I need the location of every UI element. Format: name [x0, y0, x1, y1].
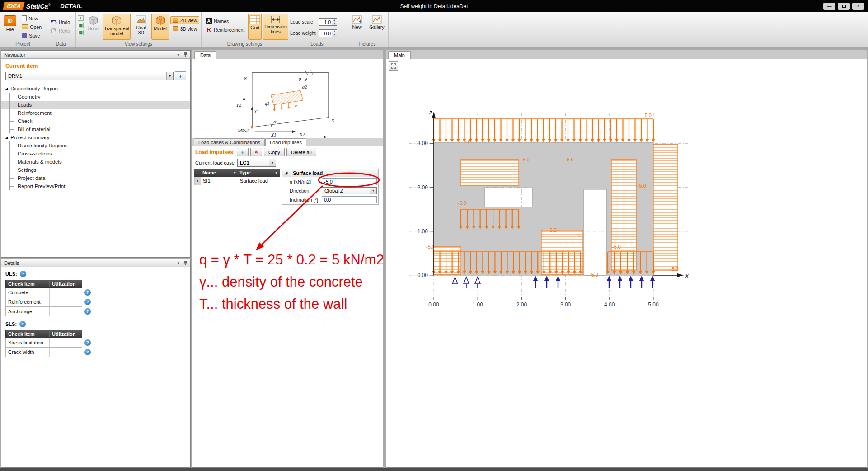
current-item-select[interactable]: DRM1 ▾ — [5, 72, 174, 80]
sketch-label-5: 5 — [331, 118, 334, 123]
gallery-button[interactable]: Gallery — [367, 14, 386, 40]
load-case-select[interactable]: LC1 ▾ — [237, 159, 276, 167]
2d-view-button[interactable]: 2D view — [170, 16, 199, 24]
save-icon — [22, 33, 27, 38]
nav-item-project-data[interactable]: Project data — [1, 174, 190, 182]
navigator-panel: Navigator ▾ Current item DRM1 ▾ + ◢Disco… — [1, 50, 191, 258]
redo-icon — [50, 28, 57, 33]
ribbon-group-project: ID File New Open Save Project — [0, 12, 46, 47]
load-scale-input[interactable]: 1.0 ▴▾ — [319, 18, 337, 26]
nav-item-report-preview-print[interactable]: Report Preview/Print — [1, 182, 190, 190]
spinner-arrows-icon[interactable]: ▴▾ — [332, 19, 337, 25]
titlebar: IDEA StatiCa® DETAIL Self weight in Deta… — [0, 0, 868, 12]
load-weight-label: Load weight — [290, 30, 317, 36]
pin-icon[interactable] — [183, 260, 188, 266]
delete-all-button[interactable]: Delete all — [286, 148, 316, 156]
chevron-down-icon[interactable]: ▾ — [177, 52, 179, 57]
load-impulse-row[interactable]: › SI1 Surface load — [194, 177, 280, 185]
transparent-model-toggle[interactable]: Transparent model — [103, 14, 131, 40]
svg-text:1.00: 1.00 — [418, 228, 428, 235]
add-region-button[interactable]: + — [175, 71, 186, 80]
tab-data[interactable]: Data — [194, 51, 216, 59]
expander-icon[interactable]: ◢ — [285, 171, 287, 175]
dropdown-arrow-icon[interactable]: ▾ — [166, 72, 173, 80]
3d-view-button[interactable]: 3D view — [170, 25, 199, 33]
nav-item-bill-of-material[interactable]: Bill of material — [1, 125, 190, 133]
view-option-icon[interactable]: ▤ — [78, 30, 84, 35]
minimize-button[interactable]: — — [823, 3, 835, 10]
help-icon[interactable]: ? — [84, 299, 91, 305]
new-button[interactable]: New — [19, 14, 44, 22]
spinner-arrows-icon[interactable]: ▴▾ — [332, 30, 337, 37]
model-view[interactable]: 0.001.002.003.004.005.003.002.001.000.00… — [386, 59, 867, 467]
pin-icon[interactable] — [183, 52, 188, 57]
view-option-icon[interactable]: ▦ — [78, 23, 84, 28]
svg-text:3.00: 3.00 — [418, 140, 428, 146]
zoom-extents-button[interactable] — [389, 61, 398, 71]
nav-item-reinforcement[interactable]: Reinforcement — [1, 109, 190, 117]
svg-text:-5.0: -5.0 — [462, 139, 471, 144]
dropdown-arrow-icon[interactable]: ▾ — [269, 159, 276, 166]
data-panel: Data 8 0=9 q2 q1 Y2 Y1 MP-1 X1 — [192, 50, 383, 468]
add-load-impulse-button[interactable]: + — [237, 148, 249, 156]
nav-item-discontinuity-regions[interactable]: Discontinuity Regions — [1, 141, 190, 150]
ribbon-group-data: Undo Redo Data — [46, 12, 76, 47]
nav-item-project-summary[interactable]: ◢Project summary — [1, 133, 190, 141]
load-weight-input[interactable]: 0.0 ▴▾ — [319, 29, 337, 37]
open-button[interactable]: Open — [19, 23, 44, 31]
load-tabs: Load cases & Combinations Load impulses — [192, 138, 383, 146]
help-icon[interactable]: ? — [84, 339, 91, 346]
nav-item-check[interactable]: Check — [1, 117, 190, 125]
dropdown-arrow-icon[interactable]: ▾ — [370, 188, 376, 194]
nav-item-discontinuity-region[interactable]: ◢Discontinuity Region — [1, 85, 190, 93]
help-icon[interactable]: ? — [19, 321, 26, 327]
delete-load-impulse-button[interactable]: ✕ — [250, 148, 262, 156]
svg-text:-5.0: -5.0 — [458, 200, 466, 206]
chevron-down-icon[interactable]: ▾ — [177, 261, 179, 265]
surface-load-properties: ◢Surface load q [kN/m2] -5.0 Direction G… — [282, 169, 379, 205]
q-value-input[interactable]: -5.0 — [322, 178, 377, 185]
nav-item-geometry[interactable]: Geometry — [1, 93, 190, 101]
close-button[interactable]: × — [852, 3, 864, 10]
solid-toggle[interactable]: Solid — [85, 14, 101, 40]
uls-row: Reinforcement? — [5, 297, 82, 307]
direction-label: Direction — [282, 188, 320, 193]
ribbon: ID File New Open Save Project Undo Redo … — [0, 12, 868, 47]
help-icon[interactable]: ? — [20, 271, 26, 277]
nav-item-materials-models[interactable]: Materials & models — [1, 158, 190, 166]
help-icon[interactable]: ? — [84, 289, 91, 296]
nav-item-cross-sections[interactable]: Cross-sections — [1, 150, 190, 158]
sketch-label-y1: Y1 — [253, 108, 258, 114]
file-button[interactable]: ID File — [2, 14, 18, 40]
filter-icon[interactable]: ▼ — [275, 171, 278, 174]
help-icon[interactable]: ? — [84, 349, 91, 355]
copy-button[interactable]: Copy — [264, 148, 285, 156]
filter-icon[interactable]: ▼ — [233, 171, 236, 174]
maximize-button[interactable] — [838, 3, 850, 10]
help-icon[interactable]: ? — [84, 308, 91, 315]
load-impulses-toolbar: Load impulses + ✕ Copy Delete all — [192, 146, 383, 158]
ribbon-group-loads: Load scale 1.0 ▴▾ Load weight 0.0 ▴▾ Loa… — [288, 12, 346, 47]
grid-toggle[interactable]: Grid — [248, 14, 262, 40]
svg-text:5.00: 5.00 — [648, 301, 659, 308]
tab-main[interactable]: Main — [388, 51, 411, 59]
inclination-input[interactable]: 0.0 — [322, 196, 377, 203]
nav-item-loads[interactable]: Loads — [1, 101, 190, 109]
view-option-icon[interactable]: + — [78, 15, 84, 21]
picture-new-button[interactable]: New — [348, 14, 366, 40]
tab-load-cases-combinations[interactable]: Load cases & Combinations — [194, 138, 265, 146]
direction-select[interactable]: Global Z ▾ — [322, 187, 377, 194]
sls-row: Crack width? — [5, 348, 82, 357]
undo-button[interactable]: Undo — [48, 18, 72, 26]
tab-load-impulses[interactable]: Load impulses — [265, 138, 306, 146]
svg-text:-5.0: -5.0 — [590, 272, 598, 278]
model-toggle[interactable]: Model — [151, 14, 169, 40]
real-3d-toggle[interactable]: Real 3D — [132, 14, 150, 40]
redo-button[interactable]: Redo — [48, 27, 72, 34]
dimension-lines-toggle[interactable]: Dimension lines — [263, 14, 288, 40]
reinforcement-toggle[interactable]: RReinforcement — [203, 26, 247, 33]
uls-row: Anchorage? — [5, 307, 82, 316]
names-toggle[interactable]: ANames — [203, 17, 247, 25]
nav-item-settings[interactable]: Settings — [1, 166, 190, 174]
save-button[interactable]: Save — [19, 32, 44, 39]
